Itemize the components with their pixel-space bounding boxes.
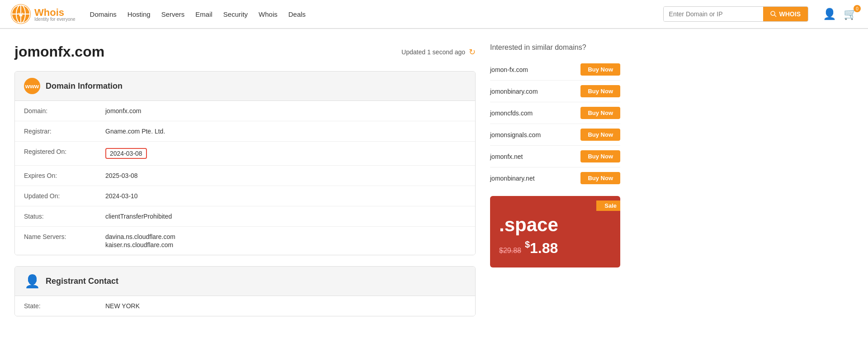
content-area: jomonfx.com Updated 1 second ago ↻ www D… (14, 43, 476, 327)
similar-domain-name: jomonfx.net (490, 153, 523, 160)
info-row-nameservers: Name Servers: davina.ns.cloudflare.com k… (15, 227, 475, 255)
similar-domain-row: jomonsignals.com Buy Now (490, 124, 620, 146)
label-nameservers: Name Servers: (24, 233, 105, 240)
cart-badge: 0 (854, 5, 861, 12)
value-domain: jomonfx.com (105, 107, 141, 115)
label-expires-on: Expires On: (24, 172, 105, 179)
domain-info-body: Domain: jomonfx.com Registrar: Gname.com… (15, 101, 475, 255)
registrant-contact-title: Registrant Contact (46, 277, 118, 286)
cart-icon[interactable]: 🛒 0 (844, 8, 857, 20)
registrant-contact-card: 👤 Registrant Contact State: NEW YORK (14, 266, 476, 316)
sale-price-row: $29.88 $1.88 (499, 239, 611, 257)
label-domain: Domain: (24, 107, 105, 115)
main-nav: Domains Hosting Servers Email Security W… (90, 10, 649, 18)
sale-new-price: $1.88 (525, 239, 558, 257)
info-row-state: State: NEW YORK (15, 296, 475, 316)
logo-icon: W (11, 4, 31, 24)
buy-now-jomon-fx-com[interactable]: Buy Now (580, 63, 620, 76)
similar-domain-name: jomonbinary.com (490, 88, 538, 95)
main-content: jomonfx.com Updated 1 second ago ↻ www D… (0, 29, 868, 327)
whois-search-button[interactable]: WHOIS (763, 7, 808, 21)
similar-domains-list: jomon-fx.com Buy Now jomonbinary.com Buy… (490, 59, 620, 189)
domain-info-card: www Domain Information Domain: jomonfx.c… (14, 71, 476, 255)
nav-deals[interactable]: Deals (288, 10, 306, 18)
sale-tag: Sale (596, 201, 620, 211)
logo-text: Whois (34, 7, 64, 18)
svg-text:W: W (19, 12, 23, 17)
page-title: jomonfx.com (14, 43, 104, 60)
info-row-expires-on: Expires On: 2025-03-08 (15, 166, 475, 186)
label-registrar: Registrar: (24, 128, 105, 135)
label-status: Status: (24, 213, 105, 220)
value-nameservers: davina.ns.cloudflare.com kaiser.ns.cloud… (105, 233, 175, 248)
value-expires-on: 2025-03-08 (105, 172, 138, 179)
nav-security[interactable]: Security (223, 10, 248, 18)
info-row-domain: Domain: jomonfx.com (15, 101, 475, 121)
sale-old-price: $29.88 (499, 247, 521, 255)
sale-currency: $ (525, 239, 530, 249)
updated-badge: Updated 1 second ago ↻ (401, 47, 476, 57)
header: W Whois Identity for everyone Domains Ho… (0, 0, 868, 29)
sale-domain-ext: .space (499, 214, 611, 236)
value-updated-on: 2024-03-10 (105, 192, 138, 200)
label-state: State: (24, 302, 105, 310)
user-icon[interactable]: 👤 (823, 8, 836, 20)
buy-now-jomonbinary-com[interactable]: Buy Now (580, 85, 620, 97)
sidebar-title: Interested in similar domains? (490, 43, 620, 52)
value-registered-on: 2024-03-08 (105, 148, 147, 159)
svg-line-7 (774, 15, 776, 17)
similar-domain-name: jomoncfds.com (490, 110, 533, 117)
sale-banner: Sale .space $29.88 $1.88 (490, 196, 620, 267)
domain-info-title: Domain Information (46, 81, 123, 91)
buy-now-jomonfx-net[interactable]: Buy Now (580, 150, 620, 162)
label-registered-on: Registered On: (24, 148, 105, 155)
nameserver-2: kaiser.ns.cloudflare.com (105, 241, 175, 248)
label-updated-on: Updated On: (24, 192, 105, 200)
value-registrar: Gname.com Pte. Ltd. (105, 128, 165, 135)
sidebar: Interested in similar domains? jomon-fx.… (476, 43, 620, 327)
svg-point-6 (771, 11, 775, 15)
nameserver-1: davina.ns.cloudflare.com (105, 233, 175, 240)
nav-email[interactable]: Email (195, 10, 212, 18)
similar-domain-row: jomonbinary.com Buy Now (490, 81, 620, 102)
nav-whois[interactable]: Whois (259, 10, 278, 18)
value-status: clientTransferProhibited (105, 213, 172, 220)
search-bar: WHOIS (663, 6, 808, 22)
nav-domains[interactable]: Domains (90, 10, 117, 18)
person-icon: 👤 (24, 273, 40, 289)
www-icon: www (24, 78, 40, 94)
buy-now-jomoncfds-com[interactable]: Buy Now (580, 107, 620, 119)
search-icon (770, 11, 777, 17)
similar-domain-name: jomon-fx.com (490, 66, 528, 73)
info-row-registered-on: Registered On: 2024-03-08 (15, 142, 475, 166)
similar-domain-name: jomonsignals.com (490, 131, 541, 138)
similar-domain-name: jomonbinary.net (490, 175, 535, 182)
similar-domain-row: jomonbinary.net Buy Now (490, 167, 620, 189)
similar-domain-row: jomoncfds.com Buy Now (490, 102, 620, 124)
search-input[interactable] (664, 7, 763, 21)
page-header: jomonfx.com Updated 1 second ago ↻ (14, 43, 476, 60)
info-row-status: Status: clientTransferProhibited (15, 206, 475, 227)
nav-hosting[interactable]: Hosting (127, 10, 151, 18)
domain-info-card-header: www Domain Information (15, 72, 475, 101)
registrant-contact-body: State: NEW YORK (15, 296, 475, 316)
updated-text: Updated 1 second ago (401, 48, 465, 56)
header-icons: 👤 🛒 0 (823, 8, 857, 20)
value-state: NEW YORK (105, 302, 140, 310)
buy-now-jomonsignals-com[interactable]: Buy Now (580, 129, 620, 141)
refresh-icon[interactable]: ↻ (469, 47, 476, 57)
logo-tagline: Identity for everyone (34, 17, 75, 22)
similar-domain-row: jomon-fx.com Buy Now (490, 59, 620, 81)
info-row-registrar: Registrar: Gname.com Pte. Ltd. (15, 121, 475, 142)
nav-servers[interactable]: Servers (161, 10, 185, 18)
logo[interactable]: W Whois Identity for everyone (11, 4, 75, 24)
similar-domain-row: jomonfx.net Buy Now (490, 146, 620, 167)
info-row-updated-on: Updated On: 2024-03-10 (15, 186, 475, 206)
registrant-contact-header: 👤 Registrant Contact (15, 267, 475, 296)
buy-now-jomonbinary-net[interactable]: Buy Now (580, 172, 620, 184)
